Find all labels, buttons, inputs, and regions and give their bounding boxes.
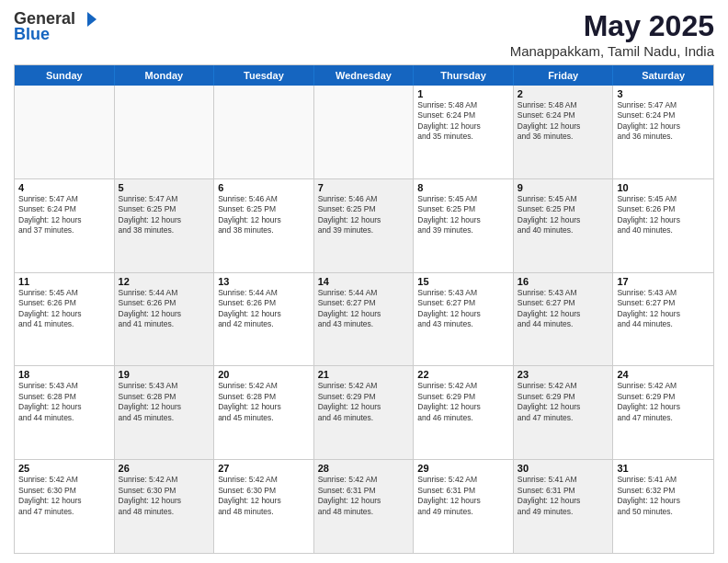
day-number: 15 [417,276,509,287]
cell-info: Sunrise: 5:44 AMSunset: 6:26 PMDaylight:… [218,288,310,330]
week-row-3: 18Sunrise: 5:43 AMSunset: 6:28 PMDayligh… [15,366,713,460]
day-number: 14 [318,276,410,287]
cell-info: Sunrise: 5:47 AMSunset: 6:24 PMDaylight:… [18,194,110,236]
header-day-thursday: Thursday [414,65,514,86]
cell-info: Sunrise: 5:44 AMSunset: 6:26 PMDaylight:… [119,288,210,330]
cell-info: Sunrise: 5:45 AMSunset: 6:26 PMDaylight:… [617,194,710,236]
day-number: 5 [119,182,210,193]
cal-cell [115,86,215,178]
day-number: 3 [617,88,710,99]
week-row-0: 1Sunrise: 5:48 AMSunset: 6:24 PMDaylight… [15,86,713,179]
cal-cell: 25Sunrise: 5:42 AMSunset: 6:30 PMDayligh… [15,460,115,553]
logo: General Blue [14,9,99,44]
cell-info: Sunrise: 5:42 AMSunset: 6:31 PMDaylight:… [318,475,410,517]
day-number: 1 [417,88,509,99]
cal-cell: 30Sunrise: 5:41 AMSunset: 6:31 PMDayligh… [514,460,614,553]
svg-marker-0 [87,12,97,27]
day-number: 2 [518,88,609,99]
day-number: 4 [18,182,110,193]
day-number: 9 [518,182,609,193]
cal-cell: 26Sunrise: 5:42 AMSunset: 6:30 PMDayligh… [115,460,215,553]
day-number: 8 [417,182,509,193]
cell-info: Sunrise: 5:45 AMSunset: 6:26 PMDaylight:… [18,288,110,330]
location: Manappakkam, Tamil Nadu, India [510,43,714,59]
cal-cell [314,86,415,178]
day-number: 20 [218,369,310,380]
cell-info: Sunrise: 5:46 AMSunset: 6:25 PMDaylight:… [218,194,310,236]
cal-cell: 6Sunrise: 5:46 AMSunset: 6:25 PMDaylight… [214,179,314,272]
cell-info: Sunrise: 5:43 AMSunset: 6:27 PMDaylight:… [518,288,609,330]
cal-cell: 16Sunrise: 5:43 AMSunset: 6:27 PMDayligh… [514,273,614,366]
cell-info: Sunrise: 5:42 AMSunset: 6:30 PMDaylight:… [18,475,110,517]
cell-info: Sunrise: 5:43 AMSunset: 6:28 PMDaylight:… [119,381,210,423]
cell-info: Sunrise: 5:47 AMSunset: 6:24 PMDaylight:… [617,100,710,143]
cell-info: Sunrise: 5:48 AMSunset: 6:24 PMDaylight:… [417,100,509,143]
cal-cell: 29Sunrise: 5:42 AMSunset: 6:31 PMDayligh… [414,460,514,553]
page: General Blue May 2025 Manappakkam, Tamil… [0,0,728,563]
logo-blue-text: Blue [14,25,50,44]
cal-cell: 10Sunrise: 5:45 AMSunset: 6:26 PMDayligh… [613,179,713,272]
day-number: 7 [318,182,410,193]
day-number: 29 [417,463,509,474]
cell-info: Sunrise: 5:44 AMSunset: 6:27 PMDaylight:… [318,288,410,330]
cell-info: Sunrise: 5:42 AMSunset: 6:29 PMDaylight:… [518,381,609,423]
cell-info: Sunrise: 5:41 AMSunset: 6:32 PMDaylight:… [617,475,710,517]
day-number: 17 [617,276,710,287]
cal-cell: 12Sunrise: 5:44 AMSunset: 6:26 PMDayligh… [115,273,215,366]
header: General Blue May 2025 Manappakkam, Tamil… [14,9,714,59]
cell-info: Sunrise: 5:42 AMSunset: 6:28 PMDaylight:… [218,381,310,423]
day-number: 16 [518,276,609,287]
week-row-2: 11Sunrise: 5:45 AMSunset: 6:26 PMDayligh… [15,273,713,367]
cal-cell: 1Sunrise: 5:48 AMSunset: 6:24 PMDaylight… [414,86,514,178]
cal-cell: 28Sunrise: 5:42 AMSunset: 6:31 PMDayligh… [314,460,415,553]
cell-info: Sunrise: 5:43 AMSunset: 6:27 PMDaylight:… [617,288,710,330]
day-number: 21 [318,369,410,380]
cal-cell: 23Sunrise: 5:42 AMSunset: 6:29 PMDayligh… [514,366,614,459]
cell-info: Sunrise: 5:47 AMSunset: 6:25 PMDaylight:… [119,194,210,236]
cal-cell: 13Sunrise: 5:44 AMSunset: 6:26 PMDayligh… [214,273,314,366]
day-number: 25 [18,463,110,474]
day-number: 28 [318,463,410,474]
cal-cell: 19Sunrise: 5:43 AMSunset: 6:28 PMDayligh… [115,366,215,459]
cal-cell: 7Sunrise: 5:46 AMSunset: 6:25 PMDaylight… [314,179,415,272]
day-number: 18 [18,369,110,380]
logo-flag-icon [77,11,97,28]
cell-info: Sunrise: 5:48 AMSunset: 6:24 PMDaylight:… [518,100,609,143]
cell-info: Sunrise: 5:45 AMSunset: 6:25 PMDaylight:… [417,194,509,236]
day-number: 19 [119,369,210,380]
cell-info: Sunrise: 5:42 AMSunset: 6:29 PMDaylight:… [318,381,410,423]
cal-cell: 27Sunrise: 5:42 AMSunset: 6:30 PMDayligh… [214,460,314,553]
cal-cell: 4Sunrise: 5:47 AMSunset: 6:24 PMDaylight… [15,179,115,272]
cell-info: Sunrise: 5:46 AMSunset: 6:25 PMDaylight:… [318,194,410,236]
cell-info: Sunrise: 5:42 AMSunset: 6:29 PMDaylight:… [417,381,509,423]
day-number: 26 [119,463,210,474]
cell-info: Sunrise: 5:43 AMSunset: 6:28 PMDaylight:… [18,381,110,423]
cal-cell: 14Sunrise: 5:44 AMSunset: 6:27 PMDayligh… [314,273,415,366]
cal-cell: 20Sunrise: 5:42 AMSunset: 6:28 PMDayligh… [214,366,314,459]
header-day-friday: Friday [514,65,614,86]
cal-cell: 5Sunrise: 5:47 AMSunset: 6:25 PMDaylight… [115,179,215,272]
cal-cell: 11Sunrise: 5:45 AMSunset: 6:26 PMDayligh… [15,273,115,366]
header-day-monday: Monday [115,65,215,86]
title-block: May 2025 Manappakkam, Tamil Nadu, India [510,9,714,59]
day-number: 13 [218,276,310,287]
cal-cell: 3Sunrise: 5:47 AMSunset: 6:24 PMDaylight… [613,86,713,178]
calendar-header: SundayMondayTuesdayWednesdayThursdayFrid… [15,65,713,86]
cal-cell [15,86,115,178]
day-number: 10 [617,182,710,193]
cal-cell: 18Sunrise: 5:43 AMSunset: 6:28 PMDayligh… [15,366,115,459]
cell-info: Sunrise: 5:43 AMSunset: 6:27 PMDaylight:… [417,288,509,330]
cal-cell: 2Sunrise: 5:48 AMSunset: 6:24 PMDaylight… [514,86,614,178]
cell-info: Sunrise: 5:45 AMSunset: 6:25 PMDaylight:… [518,194,609,236]
month-title: May 2025 [510,9,714,43]
cal-cell: 8Sunrise: 5:45 AMSunset: 6:25 PMDaylight… [414,179,514,272]
day-number: 22 [417,369,509,380]
header-day-tuesday: Tuesday [214,65,314,86]
cal-cell: 24Sunrise: 5:42 AMSunset: 6:29 PMDayligh… [613,366,713,459]
cal-cell: 9Sunrise: 5:45 AMSunset: 6:25 PMDaylight… [514,179,614,272]
cal-cell: 31Sunrise: 5:41 AMSunset: 6:32 PMDayligh… [613,460,713,553]
cell-info: Sunrise: 5:42 AMSunset: 6:30 PMDaylight:… [119,475,210,517]
week-row-4: 25Sunrise: 5:42 AMSunset: 6:30 PMDayligh… [15,460,713,553]
day-number: 11 [18,276,110,287]
day-number: 31 [617,463,710,474]
